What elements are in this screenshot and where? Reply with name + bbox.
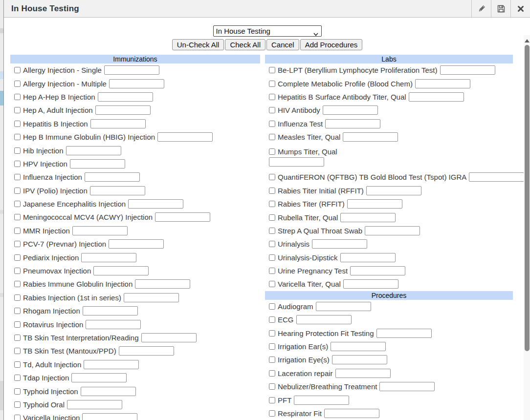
test-value-input[interactable]: [347, 199, 402, 209]
test-value-input[interactable]: [67, 400, 122, 409]
test-value-input[interactable]: [323, 105, 378, 115]
test-value-input[interactable]: [82, 413, 137, 420]
test-value-input[interactable]: [365, 226, 420, 235]
test-checkbox[interactable]: [269, 370, 275, 377]
test-value-input[interactable]: [155, 212, 210, 222]
test-value-input[interactable]: [312, 239, 367, 249]
test-checkbox[interactable]: [14, 335, 21, 341]
test-checkbox[interactable]: [269, 343, 275, 350]
test-value-input[interactable]: [335, 369, 391, 378]
test-value-input[interactable]: [81, 387, 136, 396]
test-checkbox[interactable]: [14, 241, 21, 247]
test-value-input[interactable]: [325, 119, 380, 128]
test-checkbox[interactable]: [269, 330, 275, 336]
test-value-input[interactable]: [135, 279, 190, 289]
test-checkbox[interactable]: [14, 228, 21, 234]
test-checkbox[interactable]: [269, 214, 275, 221]
test-value-input[interactable]: [98, 92, 153, 102]
test-checkbox[interactable]: [14, 174, 21, 180]
test-value-input[interactable]: [409, 92, 464, 102]
test-value-input[interactable]: [66, 146, 121, 155]
test-checkbox[interactable]: [269, 67, 275, 73]
test-checkbox[interactable]: [269, 281, 275, 287]
scrollbar-thumb[interactable]: [525, 45, 530, 351]
test-value-input[interactable]: [85, 172, 140, 182]
test-checkbox[interactable]: [269, 241, 275, 247]
test-value-input[interactable]: [90, 186, 145, 195]
test-checkbox[interactable]: [269, 201, 275, 207]
test-checkbox[interactable]: [14, 121, 21, 127]
cancel-button[interactable]: Cancel: [266, 39, 299, 50]
test-checkbox[interactable]: [14, 268, 21, 274]
test-checkbox[interactable]: [14, 415, 21, 420]
test-value-input[interactable]: [340, 253, 396, 262]
test-checkbox[interactable]: [14, 188, 21, 194]
test-checkbox[interactable]: [14, 214, 21, 220]
test-value-input[interactable]: [343, 132, 398, 142]
test-checkbox[interactable]: [269, 303, 275, 310]
test-checkbox[interactable]: [269, 268, 275, 274]
test-value-input[interactable]: [343, 279, 398, 289]
close-button[interactable]: [510, 0, 530, 17]
test-value-input[interactable]: [269, 157, 324, 167]
vertical-scrollbar[interactable]: [524, 35, 530, 420]
test-value-input[interactable]: [340, 213, 396, 222]
save-button[interactable]: [491, 0, 510, 17]
test-value-input[interactable]: [141, 333, 197, 342]
test-checkbox[interactable]: [269, 254, 275, 261]
test-value-input[interactable]: [415, 79, 470, 88]
test-checkbox[interactable]: [269, 410, 275, 417]
test-value-input[interactable]: [81, 253, 136, 262]
test-checkbox[interactable]: [269, 397, 275, 403]
test-value-input[interactable]: [109, 239, 164, 249]
test-value-input[interactable]: [72, 226, 128, 235]
test-value-input[interactable]: [71, 373, 127, 382]
test-checkbox[interactable]: [14, 201, 21, 207]
test-checkbox[interactable]: [14, 308, 21, 314]
test-checkbox[interactable]: [269, 174, 275, 180]
test-checkbox[interactable]: [269, 134, 275, 140]
test-value-input[interactable]: [70, 159, 125, 168]
test-checkbox[interactable]: [14, 94, 21, 100]
test-value-input[interactable]: [332, 355, 387, 364]
test-value-input[interactable]: [294, 396, 349, 405]
test-checkbox[interactable]: [269, 316, 275, 323]
test-checkbox[interactable]: [14, 254, 21, 261]
test-value-input[interactable]: [119, 346, 174, 356]
test-checkbox[interactable]: [269, 188, 275, 194]
test-checkbox[interactable]: [269, 357, 275, 363]
test-value-input[interactable]: [128, 199, 183, 209]
test-checkbox[interactable]: [14, 81, 21, 87]
test-value-input[interactable]: [350, 266, 405, 275]
scroll-up-arrow-icon[interactable]: [525, 39, 530, 42]
test-checkbox[interactable]: [14, 348, 21, 354]
test-checkbox[interactable]: [269, 94, 275, 100]
test-value-input[interactable]: [95, 105, 151, 115]
test-value-input[interactable]: [93, 266, 149, 275]
test-checkbox[interactable]: [14, 67, 21, 73]
test-value-input[interactable]: [469, 172, 524, 182]
test-checkbox[interactable]: [14, 134, 21, 140]
test-checkbox[interactable]: [14, 375, 21, 381]
test-checkbox[interactable]: [269, 383, 275, 390]
test-value-input[interactable]: [316, 302, 371, 311]
test-checkbox[interactable]: [14, 388, 21, 395]
test-value-input[interactable]: [331, 342, 386, 351]
test-checkbox[interactable]: [14, 107, 21, 113]
test-checkbox[interactable]: [269, 81, 275, 87]
test-checkbox[interactable]: [14, 361, 21, 368]
test-value-input[interactable]: [90, 119, 146, 128]
test-checkbox[interactable]: [14, 401, 21, 408]
test-checkbox[interactable]: [269, 121, 275, 127]
test-value-input[interactable]: [83, 306, 138, 315]
test-value-input[interactable]: [124, 293, 179, 302]
test-checkbox[interactable]: [14, 147, 21, 154]
test-value-input[interactable]: [440, 65, 495, 75]
test-value-input[interactable]: [324, 409, 379, 418]
test-value-input[interactable]: [109, 79, 164, 88]
test-value-input[interactable]: [104, 65, 159, 75]
test-checkbox[interactable]: [14, 294, 21, 301]
uncheck-all-button[interactable]: Un-Check All: [172, 39, 224, 50]
test-checkbox[interactable]: [14, 161, 21, 167]
test-checkbox[interactable]: [269, 228, 275, 234]
